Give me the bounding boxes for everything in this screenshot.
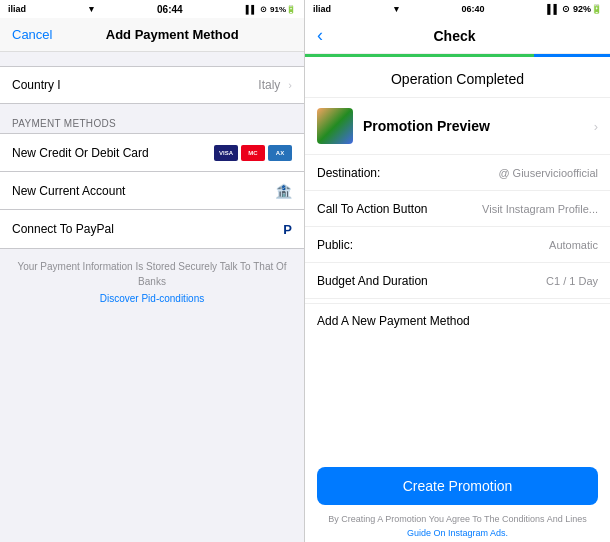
paypal-label: Connect To PayPal [12, 222, 114, 236]
promo-thumbnail [317, 108, 353, 144]
battery-icon-right: 92%🔋 [573, 4, 602, 14]
budget-label: Budget And Duration [317, 274, 428, 288]
spacer [305, 338, 610, 457]
status-bar-left: iliad ▾ 06:44 ▌▌ ⊙ 91%🔋 [0, 0, 304, 18]
budget-row: Budget And Duration C1 / 1 Day [305, 263, 610, 299]
create-btn-container: Create Promotion [305, 457, 610, 509]
bank-icon: 🏦 [275, 183, 292, 199]
nav-bar-right: ‹ Check [305, 18, 610, 54]
wifi-icon-right2: ⊙ [562, 4, 570, 14]
call-to-action-row: Call To Action Button Visit Instagram Pr… [305, 191, 610, 227]
create-promotion-button[interactable]: Create Promotion [317, 467, 598, 505]
footer-note-right: By Creating A Promotion You Agree To The… [305, 509, 610, 528]
status-bar-right: iliad ▾ 06:40 ▌▌ ⊙ 92%🔋 [305, 0, 610, 18]
operation-completed: Operation Completed [305, 57, 610, 98]
payment-section-label: Payment Methods [0, 104, 304, 133]
wifi-icon-left2: ⊙ [260, 5, 267, 14]
card-icons: VISA MC AX [214, 145, 292, 161]
promo-preview-label: Promotion Preview [363, 118, 594, 134]
payment-methods-list: New Credit Or Debit Card VISA MC AX New … [0, 133, 304, 249]
visa-icon: VISA [214, 145, 238, 161]
add-payment-row[interactable]: Add A New Payment Method [305, 303, 610, 338]
nav-title-left: Add Payment Method [52, 27, 292, 42]
call-to-action-label: Call To Action Button [317, 202, 428, 216]
mastercard-icon: MC [241, 145, 265, 161]
nav-title-right: Check [331, 28, 578, 44]
public-label: Public: [317, 238, 353, 252]
nav-bar-left: Cancel Add Payment Method [0, 18, 304, 52]
carrier-left: iliad [8, 4, 26, 14]
paypal-item[interactable]: Connect To PayPal P [0, 210, 304, 248]
carrier-right: iliad [313, 4, 331, 14]
credit-card-icons: VISA MC AX [214, 145, 292, 161]
call-to-action-value: Visit Instagram Profile... [482, 203, 598, 215]
right-panel: iliad ▾ 06:40 ▌▌ ⊙ 92%🔋 ‹ Check Operatio… [305, 0, 610, 542]
destination-value: @ Giuservicioofficial [498, 167, 598, 179]
destination-label: Destination: [317, 166, 380, 180]
cancel-button[interactable]: Cancel [12, 27, 52, 42]
footer-text-left: Your Payment Information Is Stored Secur… [0, 249, 304, 316]
time-right: 06:40 [461, 4, 484, 14]
public-value: Automatic [549, 239, 598, 251]
status-icons-left: ▌▌ ⊙ 91%🔋 [246, 5, 296, 14]
credit-card-item[interactable]: New Credit Or Debit Card VISA MC AX [0, 134, 304, 172]
country-chevron: › [288, 79, 292, 91]
credit-card-label: New Credit Or Debit Card [12, 146, 149, 160]
signal-icon-right: ▌▌ [547, 4, 560, 14]
budget-value: C1 / 1 Day [546, 275, 598, 287]
battery-icon-left: 91%🔋 [270, 5, 296, 14]
add-payment-label: Add A New Payment Method [317, 314, 470, 328]
country-section: Country I Italy › [0, 66, 304, 104]
time-left: 06:44 [157, 4, 183, 15]
bank-account-label: New Current Account [12, 184, 125, 198]
promo-preview-row[interactable]: Promotion Preview › [305, 98, 610, 155]
back-button[interactable]: ‹ [317, 25, 323, 46]
signal-icon-left: ▌▌ [246, 5, 257, 14]
wifi-icon-right: ▾ [394, 4, 399, 14]
country-label: Country I [12, 78, 61, 92]
destination-row: Destination: @ Giuservicioofficial [305, 155, 610, 191]
paypal-icon: P [283, 222, 292, 237]
pid-conditions-link[interactable]: Discover Pid-conditions [12, 291, 292, 306]
country-item[interactable]: Country I Italy › [0, 67, 304, 103]
instagram-guide-link[interactable]: Guide On Instagram Ads. [305, 528, 610, 542]
left-panel: iliad ▾ 06:44 ▌▌ ⊙ 91%🔋 Cancel Add Payme… [0, 0, 305, 542]
wifi-icon-left: ▾ [89, 4, 94, 14]
country-value: Italy › [258, 78, 292, 92]
public-row: Public: Automatic [305, 227, 610, 263]
amex-icon: AX [268, 145, 292, 161]
promo-chevron: › [594, 119, 598, 134]
status-icons-right: ▌▌ ⊙ 92%🔋 [547, 4, 602, 14]
bank-account-item[interactable]: New Current Account 🏦 [0, 172, 304, 210]
